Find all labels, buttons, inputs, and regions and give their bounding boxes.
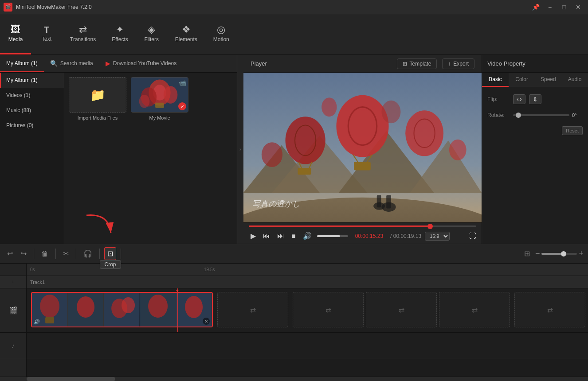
my-movie-thumb: 📹 ✓ <box>131 77 188 113</box>
video-camera-icon: 📹 <box>179 79 186 86</box>
delete-button[interactable]: 🗑 <box>39 248 51 260</box>
play-button[interactable]: ▶ <box>249 231 258 241</box>
volume-slider[interactable] <box>317 235 348 237</box>
toolbar-motion[interactable]: ◎ Motion <box>205 14 237 54</box>
watermark-text: 写真の透かし <box>252 198 300 209</box>
fullscreen-button[interactable]: ⛶ <box>469 232 476 240</box>
transition-slot-5[interactable]: ⇄ <box>514 292 585 327</box>
transition-icon-3: ⇄ <box>399 306 404 314</box>
download-yt-label: Download YouTube Videos <box>113 60 176 66</box>
crop-tooltip: Crop <box>99 260 121 269</box>
split-button[interactable]: ✂ <box>60 248 71 260</box>
sidebar-item-videos[interactable]: Videos (1) <box>0 88 64 103</box>
sidebar-item-pictures[interactable]: Pictures (0) <box>0 118 64 133</box>
zoom-in-button[interactable]: + <box>579 249 584 258</box>
flip-vertical-button[interactable]: ⇕ <box>529 94 541 104</box>
prop-tab-color[interactable]: Color <box>509 73 535 87</box>
sidebar-item-music[interactable]: Music (88) <box>0 103 64 118</box>
video-clip[interactable]: 🔊 ✕ <box>31 292 213 327</box>
undo-button[interactable]: ↩ <box>4 248 16 260</box>
reset-button[interactable]: Reset <box>562 126 583 135</box>
property-panel-header: Video Property <box>482 55 588 73</box>
toolbar-effects[interactable]: ✦ Effects <box>104 14 136 54</box>
next-frame-button[interactable]: ⏭ <box>275 231 286 241</box>
rotate-value: 0° <box>572 113 583 118</box>
audio-icon: 🔊 <box>34 319 40 325</box>
flip-horizontal-button[interactable]: ⇔ <box>513 94 525 104</box>
svg-point-13 <box>336 95 388 157</box>
import-label: Import Media Files <box>78 115 118 121</box>
tab-search-media[interactable]: 🔍 Search media <box>44 55 99 72</box>
media-label: Media <box>8 36 23 43</box>
prev-frame-button[interactable]: ⏮ <box>261 231 272 241</box>
transition-slot-1[interactable]: ⇄ <box>217 292 288 327</box>
fit-button[interactable]: ⊞ <box>521 248 533 260</box>
crop-button[interactable]: ⊡ <box>104 247 116 260</box>
redo-button[interactable]: ↪ <box>18 248 29 260</box>
export-button[interactable]: ↑ Export <box>442 58 474 69</box>
tab-download-yt[interactable]: ▶ Download YouTube Videos <box>99 55 183 72</box>
video-track-icon: 🎬 <box>9 306 18 315</box>
svg-rect-32 <box>377 195 381 207</box>
text-label: Text <box>42 36 51 42</box>
transitions-icon: ⇄ <box>79 25 87 35</box>
prop-tab-basic[interactable]: Basic <box>482 73 509 87</box>
search-icon: 🔍 <box>50 60 58 67</box>
import-media-item[interactable]: 📁 Import Media Files <box>69 77 126 121</box>
import-thumb: 📁 <box>69 77 126 113</box>
rotate-slider[interactable] <box>513 114 569 116</box>
volume-button[interactable]: 🔊 <box>301 231 314 241</box>
youtube-icon: ▶ <box>106 60 110 67</box>
property-tabs: Basic Color Speed Audio <box>482 73 588 87</box>
audio-button[interactable]: 🎧 <box>81 248 95 260</box>
sidebar-item-my-album[interactable]: My Album (1) <box>0 73 64 88</box>
close-button[interactable]: ✕ <box>572 3 584 12</box>
prop-tab-audio[interactable]: Audio <box>561 73 588 87</box>
effects-label: Effects <box>112 36 128 43</box>
search-media-label: Search media <box>60 60 93 66</box>
stop-button[interactable]: ■ <box>290 231 298 241</box>
svg-point-41 <box>122 297 135 313</box>
tracks-area: 0s 19.5s Track1 🔊 <box>27 264 588 377</box>
toolbar-transitions[interactable]: ⇄ Transitions <box>62 14 104 54</box>
video-preview: 写真の透かし <box>243 73 482 222</box>
toolbar-media[interactable]: 🖼 Media <box>0 14 31 54</box>
tab-my-album[interactable]: My Album (1) <box>0 55 44 72</box>
video-container: 写真の透かし <box>243 73 482 222</box>
app-container: 🖼 Media T Text ⇄ Transitions ✦ Effects ◈… <box>0 14 588 381</box>
svg-point-18 <box>286 117 325 164</box>
timeline-content: + 🎬 ♪ 0s 19.5s Track1 <box>0 264 588 377</box>
svg-point-23 <box>405 110 443 156</box>
filters-label: Filters <box>144 36 159 43</box>
crop-button-wrap: ⊡ Crop <box>104 247 116 260</box>
progress-bar[interactable] <box>249 225 476 227</box>
ruler-start: 0s <box>30 267 35 272</box>
current-time: 00:00:15.23 <box>355 233 383 239</box>
pin-button[interactable]: 📌 <box>529 3 542 12</box>
toolbar-separator-1 <box>34 249 34 259</box>
horizontal-scrollbar[interactable] <box>0 377 588 381</box>
svg-rect-17 <box>354 162 371 170</box>
zoom-out-button[interactable]: − <box>535 249 540 258</box>
transition-icon-2: ⇄ <box>325 306 331 314</box>
zoom-track[interactable] <box>541 253 577 255</box>
template-label: Template <box>410 61 431 67</box>
aspect-ratio-select[interactable]: 16:9 9:16 1:1 <box>425 232 450 241</box>
rotate-control: 0° <box>513 113 583 118</box>
minimize-button[interactable]: − <box>544 3 556 12</box>
transition-slot-2[interactable]: ⇄ <box>293 292 364 327</box>
template-button[interactable]: ⊞ Template <box>397 58 437 69</box>
transition-slot-4[interactable]: ⇄ <box>439 292 510 327</box>
audio-track-label: ♪ <box>0 333 26 359</box>
toolbar-filters[interactable]: ◈ Filters <box>136 14 167 54</box>
main-track-label: 🎬 <box>0 288 26 333</box>
audio-track-icon: ♪ <box>12 342 15 350</box>
svg-point-35 <box>40 295 59 318</box>
toolbar-text[interactable]: T Text <box>31 14 62 54</box>
toolbar-elements[interactable]: ❖ Elements <box>167 14 205 54</box>
my-movie-item[interactable]: 📹 ✓ My Movie <box>131 77 188 121</box>
prop-tab-speed[interactable]: Speed <box>535 73 562 87</box>
maximize-button[interactable]: □ <box>558 3 570 12</box>
collapse-handle[interactable]: › <box>237 55 243 244</box>
transition-slot-3[interactable]: ⇄ <box>366 292 437 327</box>
